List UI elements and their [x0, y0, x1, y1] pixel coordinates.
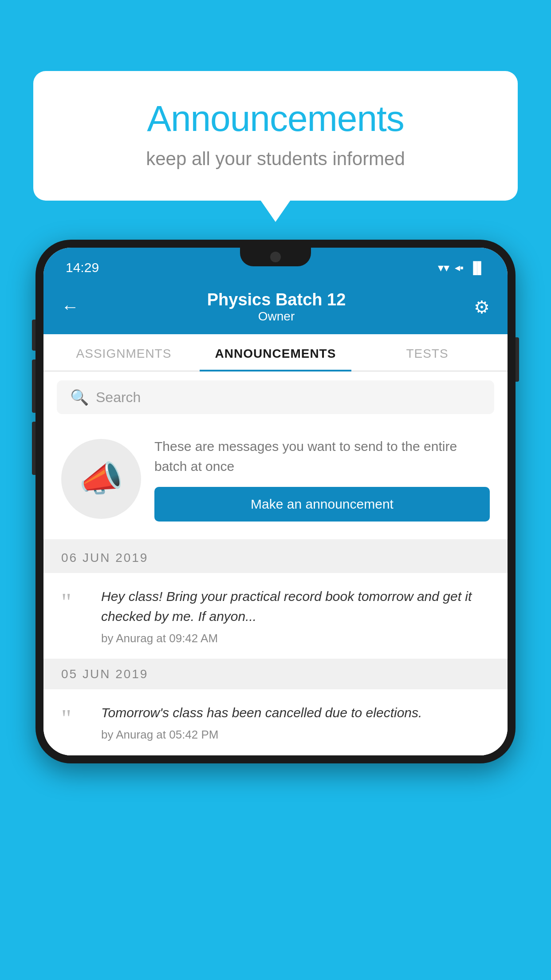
battery-icon: ▐▌ — [469, 261, 485, 275]
promo-content: These are messages you want to send to t… — [154, 436, 490, 522]
megaphone-icon: 📣 — [79, 458, 123, 500]
search-placeholder: Search — [96, 389, 141, 406]
back-button[interactable]: ← — [61, 297, 79, 317]
announcement-meta-2: by Anurag at 05:42 PM — [101, 728, 490, 742]
search-icon: 🔍 — [70, 388, 89, 406]
phone-button-left-1 — [32, 320, 35, 351]
search-container: 🔍 Search — [43, 371, 508, 423]
phone-screen: 14:29 ▾▾ ◂▪ ▐▌ ← Physics Batch 12 Owner … — [43, 248, 508, 755]
announcement-item-1[interactable]: " Hey class! Bring your practical record… — [43, 573, 508, 659]
app-header: ← Physics Batch 12 Owner ⚙ — [43, 281, 508, 334]
phone-frame: 14:29 ▾▾ ◂▪ ▐▌ ← Physics Batch 12 Owner … — [35, 240, 516, 980]
phone-button-left-2 — [32, 360, 35, 413]
signal-icon: ◂▪ — [455, 261, 464, 274]
announcement-text-1: Hey class! Bring your practical record b… — [101, 586, 490, 626]
make-announcement-button[interactable]: Make an announcement — [154, 487, 490, 522]
speech-bubble: Announcements keep all your students inf… — [33, 71, 518, 201]
search-bar[interactable]: 🔍 Search — [57, 380, 494, 414]
date-separator-1: 06 JUN 2019 — [43, 543, 508, 573]
tab-announcements[interactable]: ANNOUNCEMENTS — [200, 334, 351, 371]
promo-description: These are messages you want to send to t… — [154, 436, 490, 476]
phone-notch — [240, 248, 311, 266]
wifi-icon: ▾▾ — [438, 261, 449, 275]
announcement-content-1: Hey class! Bring your practical record b… — [101, 586, 490, 645]
announcement-text-2: Tomorrow's class has been cancelled due … — [101, 703, 490, 723]
header-title-group: Physics Batch 12 Owner — [207, 290, 346, 324]
date-label-2: 05 JUN 2019 — [61, 667, 148, 681]
megaphone-circle: 📣 — [61, 439, 141, 519]
speech-bubble-section: Announcements keep all your students inf… — [33, 71, 518, 201]
quote-icon-2: " — [61, 706, 88, 731]
phone-camera — [270, 252, 281, 262]
tab-tests[interactable]: TESTS — [351, 334, 503, 371]
announcement-item-2[interactable]: " Tomorrow's class has been cancelled du… — [43, 689, 508, 755]
announcement-meta-1: by Anurag at 09:42 AM — [101, 632, 490, 645]
announcement-content-2: Tomorrow's class has been cancelled due … — [101, 703, 490, 742]
status-time: 14:29 — [66, 260, 99, 275]
date-separator-2: 05 JUN 2019 — [43, 659, 508, 689]
phone-button-right — [516, 337, 519, 382]
batch-name: Physics Batch 12 — [207, 290, 346, 309]
quote-icon-1: " — [61, 590, 88, 615]
speech-bubble-subtitle: keep all your students informed — [69, 148, 482, 170]
date-label-1: 06 JUN 2019 — [61, 551, 148, 565]
promo-card: 📣 These are messages you want to send to… — [43, 423, 508, 543]
phone-button-left-3 — [32, 422, 35, 475]
header-role: Owner — [207, 309, 346, 324]
speech-bubble-title: Announcements — [69, 98, 482, 139]
tabs-bar: ASSIGNMENTS ANNOUNCEMENTS TESTS — [43, 334, 508, 371]
settings-icon[interactable]: ⚙ — [474, 297, 490, 317]
phone-body: 14:29 ▾▾ ◂▪ ▐▌ ← Physics Batch 12 Owner … — [35, 240, 516, 763]
tab-assignments[interactable]: ASSIGNMENTS — [48, 334, 200, 371]
status-icons: ▾▾ ◂▪ ▐▌ — [438, 261, 485, 275]
